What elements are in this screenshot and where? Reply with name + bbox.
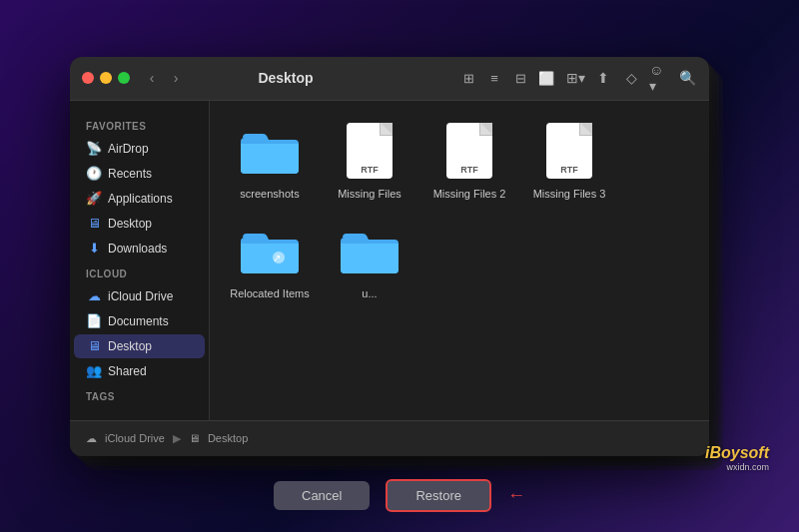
sidebar-item-desktop[interactable]: 🖥 Desktop: [74, 334, 205, 358]
cancel-button[interactable]: Cancel: [274, 481, 370, 510]
shared-label: Shared: [108, 364, 147, 378]
files-grid: screenshots RTF Missing Files: [230, 121, 689, 301]
sidebar-item-applications[interactable]: 🚀 Applications: [74, 187, 205, 211]
sidebar-item-documents[interactable]: 📄 Documents: [74, 309, 205, 333]
restore-button[interactable]: Restore: [386, 479, 491, 512]
finder-window: ‹ › Desktop ⊞ ≡ ⊟ ⬜ ⊞▾ ⬆ ◇ ☺▾ 🔍: [70, 57, 709, 456]
finder-window-stack: ‹ › Desktop ⊞ ≡ ⊟ ⬜ ⊞▾ ⬆ ◇ ☺▾ 🔍: [70, 57, 729, 476]
tags-label: Tags: [70, 387, 209, 406]
title-bar: ‹ › Desktop ⊞ ≡ ⊟ ⬜ ⊞▾ ⬆ ◇ ☺▾ 🔍: [70, 57, 709, 101]
share-icon[interactable]: ⬆: [593, 68, 613, 88]
applications-icon: 🚀: [86, 191, 102, 207]
favorites-label: Favorites: [70, 117, 209, 136]
sidebar-item-icloud-drive[interactable]: ☁ iCloud Drive: [74, 284, 205, 308]
breadcrumb-root: iCloud Drive: [105, 432, 165, 444]
sidebar: Favorites 📡 AirDrop 🕐 Recents 🚀 Applicat…: [70, 101, 210, 420]
documents-label: Documents: [108, 314, 169, 328]
file-name-unknown: u...: [362, 286, 377, 300]
file-item-unknown[interactable]: u...: [330, 221, 409, 300]
file-item-missing-files[interactable]: RTF Missing Files: [330, 121, 409, 201]
close-button[interactable]: [82, 72, 94, 84]
breadcrumb-current: Desktop: [208, 432, 248, 444]
file-name-missing-files-2: Missing Files 2: [433, 187, 506, 201]
gallery-view-btn[interactable]: ⬜: [535, 67, 557, 89]
file-name-relocated: Relocated Items: [230, 286, 309, 300]
file-item-screenshots[interactable]: screenshots: [230, 121, 310, 201]
sidebar-item-recents[interactable]: 🕐 Recents: [74, 162, 205, 186]
more-icon[interactable]: ☺▾: [649, 68, 669, 88]
sidebar-item-desktop-fav[interactable]: 🖥 Desktop: [74, 212, 205, 236]
file-item-missing-files-2[interactable]: RTF Missing Files 2: [429, 121, 509, 201]
file-area: screenshots RTF Missing Files: [210, 101, 709, 420]
minimize-button[interactable]: [100, 72, 112, 84]
bottom-area: Cancel Restore ←: [0, 479, 799, 512]
svg-text:↗: ↗: [273, 253, 281, 264]
column-view-btn[interactable]: ⊟: [509, 67, 531, 89]
doc-icon-missing-files-2: RTF: [439, 121, 499, 181]
watermark: iBoysoft wxidn.com: [705, 444, 769, 472]
search-icon[interactable]: 🔍: [677, 68, 697, 88]
desktop-fav-icon: 🖥: [86, 216, 102, 232]
desktop-icon: 🖥: [86, 338, 102, 354]
list-view-btn[interactable]: ≡: [483, 67, 505, 89]
recents-label: Recents: [108, 167, 152, 181]
window-title: Desktop: [114, 70, 457, 86]
file-name-missing-files-3: Missing Files 3: [533, 187, 606, 201]
sidebar-item-shared[interactable]: 👥 Shared: [74, 359, 205, 383]
tag-icon[interactable]: ◇: [621, 68, 641, 88]
icloud-drive-icon: ☁: [86, 288, 102, 304]
file-name-screenshots: screenshots: [240, 187, 299, 201]
desktop-status-icon: 🖥: [189, 432, 200, 444]
folder-icon-relocated: ↗: [240, 221, 300, 280]
file-item-missing-files-3[interactable]: RTF Missing Files 3: [529, 121, 609, 201]
view-toggles: ⊞ ≡ ⊟ ⬜: [457, 67, 557, 89]
icloud-status-icon: ☁: [86, 432, 97, 445]
desktop-fav-label: Desktop: [108, 217, 152, 231]
downloads-icon: ⬇: [86, 241, 102, 257]
documents-icon: 📄: [86, 313, 102, 329]
doc-icon-missing-files-3: RTF: [539, 121, 599, 181]
sidebar-item-downloads[interactable]: ⬇ Downloads: [74, 237, 205, 261]
brand-name: iBoysoft: [705, 444, 769, 462]
desktop-label: Desktop: [108, 339, 152, 353]
restore-arrow-icon: ←: [507, 485, 525, 506]
group-icon[interactable]: ⊞▾: [565, 68, 585, 88]
downloads-label: Downloads: [108, 242, 167, 256]
icloud-drive-label: iCloud Drive: [108, 289, 173, 303]
shared-icon: 👥: [86, 363, 102, 379]
applications-label: Applications: [108, 192, 173, 206]
airdrop-label: AirDrop: [108, 142, 149, 156]
breadcrumb-sep: ▶: [173, 432, 181, 445]
main-content: Favorites 📡 AirDrop 🕐 Recents 🚀 Applicat…: [70, 101, 709, 420]
icloud-label: iCloud: [70, 265, 209, 283]
doc-icon-missing-files: RTF: [340, 121, 400, 181]
file-name-missing-files: Missing Files: [338, 187, 401, 201]
airdrop-icon: 📡: [86, 141, 102, 157]
folder-icon-screenshots: [240, 121, 300, 181]
icon-view-btn[interactable]: ⊞: [457, 67, 479, 89]
folder-icon-unknown: [340, 221, 400, 280]
watermark-sub: wxidn.com: [705, 462, 769, 472]
toolbar-right: ⊞ ≡ ⊟ ⬜ ⊞▾ ⬆ ◇ ☺▾ 🔍: [457, 67, 697, 89]
status-bar: ☁ iCloud Drive ▶ 🖥 Desktop: [70, 420, 709, 456]
recents-icon: 🕐: [86, 166, 102, 182]
file-item-relocated[interactable]: ↗ Relocated Items: [230, 221, 310, 300]
sidebar-item-airdrop[interactable]: 📡 AirDrop: [74, 137, 205, 161]
